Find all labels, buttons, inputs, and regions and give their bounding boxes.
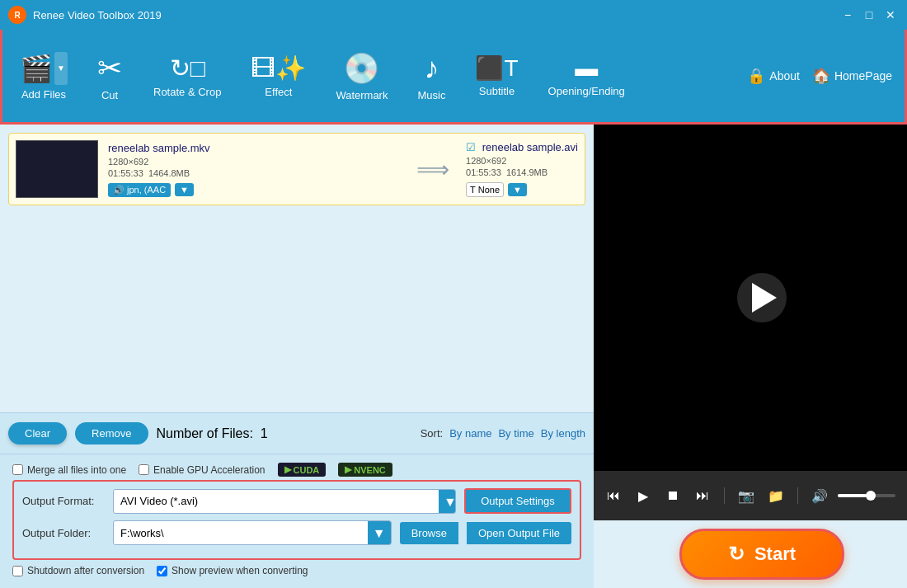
toolbar-subtitle[interactable]: ⬛T Subtitle — [460, 48, 533, 104]
about-button[interactable]: 🔒 About — [747, 67, 800, 85]
subtitle-label: Subtitle — [479, 85, 515, 97]
sort-by-name[interactable]: By name — [449, 427, 491, 440]
clear-button[interactable]: Clear — [8, 422, 67, 445]
music-label: Music — [417, 89, 445, 101]
cut-label: Cut — [101, 89, 118, 101]
toolbar-music[interactable]: ♪ Music — [402, 45, 460, 108]
effect-icon: 🎞✨ — [251, 54, 306, 82]
homepage-button[interactable]: 🏠 HomePage — [812, 67, 892, 85]
arrow-icon: ⟹ — [416, 156, 449, 183]
source-duration-size: 01:55:33 1464.8MB — [108, 168, 408, 178]
play-button-large[interactable] — [737, 273, 787, 322]
output-format-arrow[interactable]: ▼ — [439, 490, 456, 514]
output-format-select[interactable]: AVI Video (*.avi) ▼ — [113, 489, 456, 514]
sort-by-time[interactable]: By time — [498, 427, 533, 440]
audio-button[interactable]: 🔊 jpn, (AAC — [108, 183, 171, 197]
camera-button[interactable]: 📷 — [735, 484, 758, 507]
video-preview[interactable] — [594, 125, 907, 471]
opening-ending-label: Opening/Ending — [548, 85, 625, 97]
toolbar-watermark[interactable]: 💿 Watermark — [321, 45, 402, 108]
nvidia-nvenc-icon: ▶ — [345, 464, 351, 475]
preview-checkbox[interactable] — [157, 566, 167, 576]
folder-arrow[interactable]: ▼ — [368, 521, 391, 545]
output-folder-value: F:\works\ — [114, 521, 368, 544]
output-format-row: Output Format: AVI Video (*.avi) ▼ Outpu… — [22, 488, 571, 514]
video-controls: ⏮ ▶ ⏹ ⏭ 📷 📁 🔊 ⛶ — [594, 471, 907, 520]
play-pause-button[interactable]: ▶ — [632, 484, 655, 507]
refresh-icon: ↻ — [728, 543, 745, 566]
separator-2 — [797, 487, 798, 504]
main-area: reneelab sample.mkv 1280×692 01:55:33 14… — [0, 125, 907, 588]
subtitle-dropdown-btn[interactable]: ▼ — [508, 183, 527, 196]
toolbar-right: 🔒 About 🏠 HomePage — [747, 67, 900, 85]
output-resolution: 1280×692 — [466, 156, 578, 166]
add-files-button[interactable]: 🎬 ▼ Add Files — [7, 45, 81, 107]
maximize-button[interactable]: □ — [861, 7, 877, 23]
settings-row-3: Shutdown after conversion Show preview w… — [12, 565, 581, 576]
film-icon: 🎬 — [20, 53, 53, 84]
close-button[interactable]: ✕ — [882, 7, 899, 23]
start-button[interactable]: ↻ Start — [679, 529, 844, 580]
minimize-button[interactable]: − — [839, 7, 856, 23]
shutdown-checkbox[interactable] — [12, 566, 23, 576]
skip-forward-button[interactable]: ⏭ — [691, 484, 714, 507]
output-file-name: ☑ reneelab sample.avi — [466, 141, 578, 153]
output-duration-size: 01:55:33 1614.9MB — [466, 167, 578, 177]
bottom-bar: Clear Remove Number of Files: 1 Sort: By… — [0, 412, 594, 454]
output-controls: T None ▼ — [466, 182, 578, 197]
nvenc-badge: ▶ NVENC — [338, 463, 392, 477]
watermark-icon: 💿 — [343, 51, 380, 86]
volume-button[interactable]: 🔊 — [808, 484, 831, 507]
right-bottom: ↻ Start — [594, 520, 907, 588]
output-format-value: AVI Video (*.avi) — [114, 490, 439, 513]
output-folder-select[interactable]: F:\works\ ▼ — [113, 520, 392, 545]
preview-label[interactable]: Show preview when converting — [157, 565, 308, 576]
add-files-dropdown[interactable]: ▼ — [54, 52, 68, 85]
output-settings-box: Output Format: AVI Video (*.avi) ▼ Outpu… — [12, 480, 581, 560]
volume-fill — [838, 494, 867, 497]
audio-dropdown[interactable]: ▼ — [175, 183, 194, 196]
remove-button[interactable]: Remove — [75, 422, 148, 445]
app-logo: R — [8, 6, 26, 24]
start-section: ↻ Start — [594, 520, 907, 588]
merge-files-label[interactable]: Merge all files into one — [12, 464, 126, 476]
music-icon: ♪ — [424, 51, 439, 86]
gpu-label[interactable]: Enable GPU Acceleration — [139, 464, 265, 476]
subtitle-icon: ⬛T — [475, 54, 518, 82]
stop-button[interactable]: ⏹ — [661, 484, 684, 507]
volume-slider[interactable] — [838, 494, 895, 497]
play-triangle-icon — [752, 283, 777, 313]
gpu-checkbox[interactable] — [139, 464, 149, 475]
browse-button[interactable]: Browse — [400, 522, 458, 544]
home-icon: 🏠 — [812, 67, 830, 85]
num-files-label: Number of Files: 1 — [157, 426, 268, 441]
opening-ending-icon: ▬ — [575, 55, 598, 82]
lock-icon: 🔒 — [747, 67, 765, 85]
toolbar-opening-ending[interactable]: ▬ Opening/Ending — [533, 49, 640, 104]
convert-arrow: ⟹ — [408, 156, 458, 183]
nvidia-cuda-icon: ▶ — [284, 464, 291, 475]
sort-by-length[interactable]: By length — [541, 427, 585, 440]
volume-knob — [866, 491, 876, 501]
folder-button[interactable]: 📁 — [764, 484, 787, 507]
output-file-info: ☑ reneelab sample.avi 1280×692 01:55:33 … — [466, 141, 578, 197]
merge-files-checkbox[interactable] — [12, 464, 23, 475]
toolbar-effect[interactable]: 🎞✨ Effect — [236, 47, 321, 105]
skip-back-button[interactable]: ⏮ — [602, 484, 625, 507]
output-settings-button[interactable]: Output Settings — [464, 488, 571, 514]
title-bar: R Renee Video Toolbox 2019 − □ ✕ — [0, 0, 907, 30]
speaker-icon: 🔊 — [113, 185, 125, 195]
open-output-button[interactable]: Open Output File — [467, 522, 571, 544]
about-label: About — [769, 69, 800, 82]
output-folder-label: Output Folder: — [22, 527, 105, 539]
toolbar-cut[interactable]: ✂ Cut — [81, 45, 139, 108]
rotate-crop-label: Rotate & Crop — [153, 86, 221, 98]
window-controls: − □ ✕ — [839, 7, 899, 23]
settings-row-1: Merge all files into one Enable GPU Acce… — [12, 463, 581, 477]
subtitle-dropdown[interactable]: T None — [466, 182, 504, 197]
toolbar-rotate-crop[interactable]: ↻□ Rotate & Crop — [139, 47, 236, 105]
output-format-label: Output Format: — [22, 495, 105, 507]
toolbar: 🎬 ▼ Add Files ✂ Cut ↻□ Rotate & Crop 🎞✨ … — [0, 30, 907, 125]
shutdown-label[interactable]: Shutdown after conversion — [12, 565, 144, 576]
rotate-icon: ↻□ — [170, 54, 205, 82]
